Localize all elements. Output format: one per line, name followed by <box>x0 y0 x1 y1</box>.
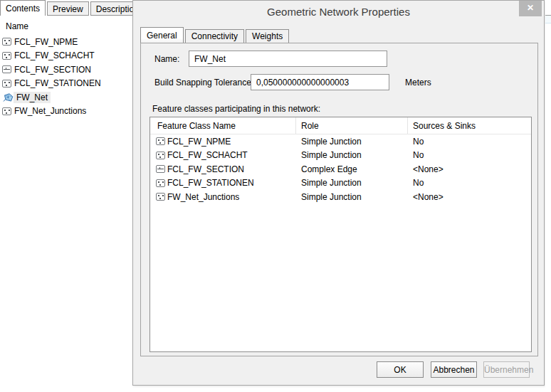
column-header-role[interactable]: Role <box>296 117 408 134</box>
tolerance-units-label: Meters <box>405 78 431 88</box>
table-header: Feature Class Name Role Sources & Sinks <box>150 117 531 134</box>
name-column-header[interactable]: Name <box>6 21 28 31</box>
catalog-list-item[interactable]: FCL_FW_SECTION <box>0 63 132 77</box>
point-feature-class-icon <box>156 193 165 201</box>
tab-preview[interactable]: Preview <box>47 1 89 16</box>
geometric-network-icon <box>2 92 14 102</box>
tab-general[interactable]: General <box>140 27 184 43</box>
dialog-tabs: General Connectivity Weights <box>140 27 290 43</box>
feature-class-name-cell: FCL_FW_STATIONEN <box>150 178 296 188</box>
participating-classes-caption: Feature classes participating in this ne… <box>152 104 320 114</box>
column-header-feature-class-name[interactable]: Feature Class Name <box>150 117 296 134</box>
role-cell: Simple Junction <box>296 178 408 188</box>
sources-sinks-cell: <None> <box>408 192 531 202</box>
network-name-input[interactable] <box>189 51 387 67</box>
catalog-list-item[interactable]: FCL_FW_SCHACHT <box>0 49 132 63</box>
feature-class-table: Feature Class Name Role Sources & Sinks … <box>149 117 532 352</box>
catalog-list-item[interactable]: FCL_FW_STATIONEN <box>0 77 132 91</box>
role-cell: Complex Edge <box>296 164 408 174</box>
point-feature-class-icon <box>156 179 165 187</box>
table-row[interactable]: FCL_FW_SCHACHT Simple Junction No <box>150 149 531 163</box>
sources-sinks-cell: No <box>408 137 531 147</box>
general-tab-page: Name: Build Snapping Tolerance: Meters F… <box>140 43 538 356</box>
background-highlight <box>545 16 551 23</box>
sources-sinks-cell: No <box>408 150 531 160</box>
catalog-list-item[interactable]: FW_Net <box>0 90 132 105</box>
close-button[interactable]: ✕ <box>519 1 542 16</box>
screen: Contents Preview Description Name FCL_FW… <box>0 0 551 392</box>
catalog-list-item[interactable]: FCL_FW_NPME <box>0 35 132 49</box>
point-feature-class-icon <box>2 38 11 46</box>
catalog-item-label: FCL_FW_SECTION <box>11 64 94 75</box>
catalog-item-label: FCL_FW_SCHACHT <box>11 50 98 61</box>
tab-weights[interactable]: Weights <box>246 29 289 43</box>
tab-contents[interactable]: Contents <box>0 0 46 16</box>
table-row[interactable]: FW_Net_Junctions Simple Junction <None> <box>150 190 531 204</box>
catalog-item-label: FCL_FW_NPME <box>11 36 80 48</box>
point-feature-class-icon <box>2 80 11 88</box>
catalog-item-label: FW_Net_Junctions <box>11 105 89 117</box>
feature-class-name-cell: FCL_FW_SECTION <box>150 164 296 174</box>
role-cell: Simple Junction <box>296 150 408 160</box>
catalog-list: FCL_FW_NPME FCL_FW_SCHACHT FCL_FW_SECTIO… <box>0 35 132 118</box>
role-cell: Simple Junction <box>296 192 408 202</box>
background-window-strip <box>545 0 551 392</box>
table-row[interactable]: FCL_FW_SECTION Complex Edge <None> <box>150 162 531 176</box>
feature-class-name-cell: FCL_FW_SCHACHT <box>150 150 296 160</box>
tab-connectivity[interactable]: Connectivity <box>185 29 244 43</box>
catalog-view-tabs: Contents Preview Description <box>0 0 146 16</box>
apply-button[interactable]: Übernehmen <box>483 361 530 378</box>
table-row[interactable]: FCL_FW_NPME Simple Junction No <box>150 134 531 149</box>
point-feature-class-icon <box>2 52 11 60</box>
point-feature-class-icon <box>156 137 165 145</box>
ok-button[interactable]: OK <box>377 361 424 378</box>
cancel-button[interactable]: Abbrechen <box>431 361 477 378</box>
role-cell: Simple Junction <box>296 137 408 147</box>
catalog-tree-panel: Contents Preview Description Name FCL_FW… <box>0 0 132 392</box>
geometric-network-properties-dialog: Geometric Network Properties ✕ General C… <box>132 0 545 386</box>
sources-sinks-cell: No <box>408 178 531 188</box>
catalog-list-item[interactable]: FW_Net_Junctions <box>0 105 132 119</box>
name-field-label: Name: <box>154 54 179 64</box>
point-feature-class-icon <box>2 107 11 115</box>
column-header-sources-sinks[interactable]: Sources & Sinks <box>408 117 531 134</box>
sources-sinks-cell: <None> <box>408 164 531 174</box>
feature-class-name-cell: FW_Net_Junctions <box>150 192 296 202</box>
catalog-item-label: FW_Net <box>14 92 51 103</box>
table-body: FCL_FW_NPME Simple Junction No FCL_FW_SC… <box>150 134 531 204</box>
edge-feature-class-icon <box>156 165 165 173</box>
dialog-title: Geometric Network Properties <box>133 6 544 18</box>
edge-feature-class-icon <box>2 65 11 73</box>
feature-class-name-cell: FCL_FW_NPME <box>150 137 296 147</box>
catalog-item-label: FCL_FW_STATIONEN <box>11 78 104 89</box>
point-feature-class-icon <box>156 152 165 159</box>
table-row[interactable]: FCL_FW_STATIONEN Simple Junction No <box>150 176 531 191</box>
close-icon: ✕ <box>527 3 534 13</box>
tolerance-field-label: Build Snapping Tolerance: <box>154 78 253 88</box>
snapping-tolerance-input[interactable] <box>251 74 389 90</box>
